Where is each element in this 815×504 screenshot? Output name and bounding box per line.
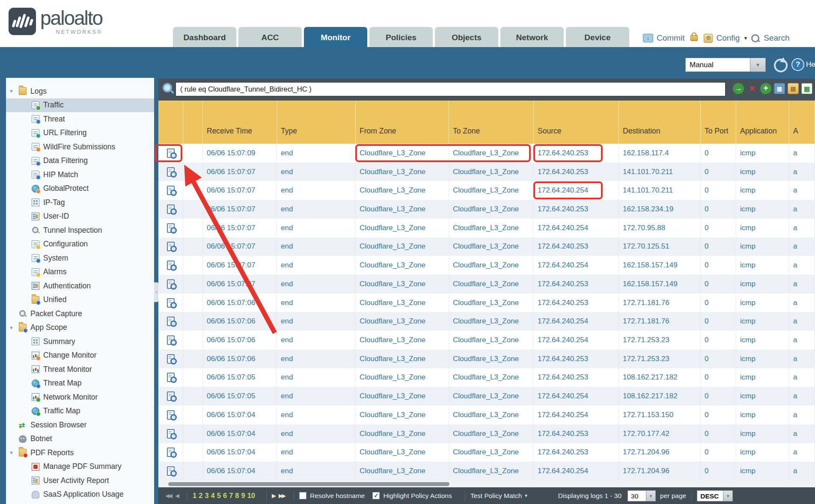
cell-source[interactable]: 172.64.240.254	[534, 462, 619, 480]
sidebar-item-tunnel-inspection[interactable]: Tunnel Inspection	[6, 223, 154, 237]
first-page-icon[interactable]: ◀◀	[165, 492, 171, 499]
cell-to-zone[interactable]: Cloudflare_L3_Zone	[449, 368, 534, 387]
export-logs-icon[interactable]: ▦	[801, 83, 812, 94]
log-detail-icon[interactable]	[167, 223, 175, 233]
lock-icon[interactable]	[690, 35, 698, 41]
cell-action[interactable]: a	[789, 312, 815, 331]
cell-application[interactable]: icmp	[736, 163, 789, 181]
cell-from-zone[interactable]: Cloudflare_L3_Zone	[356, 424, 449, 443]
cell-action[interactable]: a	[789, 443, 815, 462]
horizontal-scrollbar[interactable]	[158, 480, 815, 487]
log-detail-icon[interactable]	[167, 261, 175, 270]
cell-from-zone[interactable]: Cloudflare_L3_Zone	[356, 331, 449, 350]
cell-to-port[interactable]: 0	[701, 443, 736, 462]
column-header-from-zone[interactable]: From Zone	[356, 101, 449, 144]
tab-dashboard[interactable]: Dashboard	[173, 27, 236, 47]
cell-type[interactable]: end	[277, 200, 356, 219]
cell-destination[interactable]: 172.71.204.96	[619, 462, 701, 480]
log-detail-icon[interactable]	[167, 354, 175, 364]
cell-type[interactable]: end	[277, 256, 356, 275]
config-caret-icon[interactable]: ▼	[743, 36, 748, 41]
tab-monitor[interactable]: Monitor	[304, 27, 367, 47]
log-detail-icon[interactable]	[167, 186, 175, 195]
next-page-icon[interactable]: ▶	[272, 492, 275, 499]
log-detail-icon[interactable]	[167, 466, 175, 476]
cell-action[interactable]: a	[789, 181, 815, 200]
sidebar-item-session-browser[interactable]: Session Browser	[6, 418, 154, 432]
test-policy-match-button[interactable]: Test Policy Match	[470, 492, 522, 500]
cell-from-zone[interactable]: Cloudflare_L3_Zone	[356, 256, 449, 275]
cell-application[interactable]: icmp	[736, 219, 789, 237]
cell-application[interactable]: icmp	[736, 144, 789, 163]
per-page-select[interactable]: 30	[628, 490, 646, 501]
cell-destination[interactable]: 162.158.117.4	[619, 144, 701, 163]
sidebar-item-alarms[interactable]: Alarms	[6, 265, 154, 279]
cell-from-zone[interactable]: Cloudflare_L3_Zone	[356, 312, 449, 331]
cell-action[interactable]: a	[789, 387, 815, 406]
cell-to-port[interactable]: 0	[701, 424, 736, 443]
cell-type[interactable]: end	[277, 387, 356, 406]
highlight-policy-actions-checkbox[interactable]: ✓	[372, 492, 380, 499]
sidebar-item-data-filtering[interactable]: Data Filtering	[6, 154, 154, 168]
cell-type[interactable]: end	[277, 331, 356, 350]
cell-application[interactable]: icmp	[736, 406, 789, 424]
log-detail-icon[interactable]	[167, 167, 175, 177]
expand-triangle-icon[interactable]: ▼	[9, 450, 14, 455]
cell-to-port[interactable]: 0	[701, 350, 736, 368]
cell-destination[interactable]: 108.162.217.182	[619, 387, 701, 406]
sidebar-item-packet-capture[interactable]: Packet Capture	[6, 307, 154, 321]
cell-type[interactable]: end	[277, 350, 356, 368]
cell-from-zone[interactable]: Cloudflare_L3_Zone	[356, 462, 449, 480]
cell-to-port[interactable]: 0	[701, 406, 736, 424]
resolve-hostname-checkbox[interactable]	[299, 492, 306, 499]
sidebar-item-url-filtering[interactable]: URL Filtering	[6, 126, 154, 140]
log-detail-icon[interactable]	[167, 391, 175, 401]
cell-application[interactable]: icmp	[736, 331, 789, 350]
cell-application[interactable]: icmp	[736, 181, 789, 200]
cell-to-zone[interactable]: Cloudflare_L3_Zone	[449, 219, 534, 237]
cell-type[interactable]: end	[277, 275, 356, 294]
cell-source[interactable]: 172.64.240.254	[534, 312, 619, 331]
cell-destination[interactable]: 172.71.153.150	[619, 406, 701, 424]
cell-action[interactable]: a	[789, 406, 815, 424]
cell-type[interactable]: end	[277, 237, 356, 256]
page-number-10[interactable]: 10	[247, 492, 255, 500]
sidebar-item-user-activity-report[interactable]: User Activity Report	[6, 474, 154, 488]
cell-from-zone[interactable]: Cloudflare_L3_Zone	[356, 163, 449, 181]
sidebar-item-system[interactable]: System	[6, 251, 154, 265]
cell-application[interactable]: icmp	[736, 275, 789, 294]
column-header-source[interactable]: Source	[534, 101, 619, 144]
cell-source[interactable]: 172.64.240.254	[534, 219, 619, 237]
cell-application[interactable]: icmp	[736, 387, 789, 406]
cell-action[interactable]: a	[789, 219, 815, 237]
cell-to-port[interactable]: 0	[701, 200, 736, 219]
cell-action[interactable]: a	[789, 294, 815, 312]
cell-source[interactable]: 172.64.240.254	[534, 387, 619, 406]
config-button[interactable]: Config	[716, 33, 740, 43]
log-detail-icon[interactable]	[167, 298, 175, 308]
cell-to-zone[interactable]: Cloudflare_L3_Zone	[449, 237, 534, 256]
sidebar-item-summary[interactable]: Summary	[6, 335, 154, 349]
cell-from-zone[interactable]: Cloudflare_L3_Zone	[356, 200, 449, 219]
cell-destination[interactable]: 172.71.181.76	[619, 312, 701, 331]
column-header-receive-time[interactable]: Receive Time	[203, 101, 277, 144]
cell-from-zone[interactable]: Cloudflare_L3_Zone	[356, 294, 449, 312]
cell-source[interactable]: 172.64.240.254	[534, 331, 619, 350]
log-detail-icon[interactable]	[167, 448, 175, 457]
sidebar-item-globalprotect[interactable]: GlobalProtect	[6, 182, 154, 196]
cell-application[interactable]: icmp	[736, 312, 789, 331]
cell-destination[interactable]: 172.71.253.23	[619, 350, 701, 368]
filter-query-input[interactable]	[175, 82, 726, 96]
expand-triangle-icon[interactable]: ▼	[9, 89, 14, 94]
cell-to-zone[interactable]: Cloudflare_L3_Zone	[449, 331, 534, 350]
cell-to-port[interactable]: 0	[701, 256, 736, 275]
cell-destination[interactable]: 172.71.204.96	[619, 443, 701, 462]
page-number-1[interactable]: 1	[193, 492, 196, 500]
cell-destination[interactable]: 162.158.157.149	[619, 275, 701, 294]
column-header-application[interactable]: Application	[736, 101, 789, 144]
cell-source[interactable]: 172.64.240.253	[534, 275, 619, 294]
column-header-blank-0[interactable]	[158, 101, 183, 144]
cell-to-port[interactable]: 0	[701, 294, 736, 312]
cell-application[interactable]: icmp	[736, 368, 789, 387]
column-header-to-port[interactable]: To Port	[701, 101, 736, 144]
